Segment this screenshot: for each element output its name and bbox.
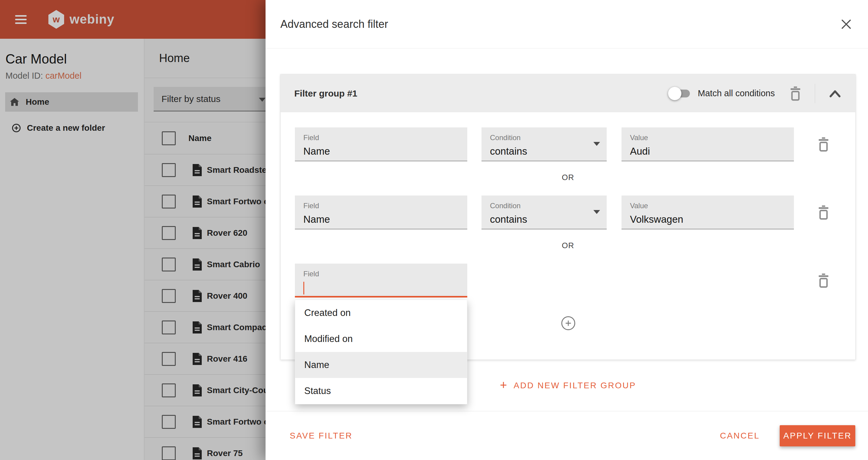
webiny-wordmark: webiny bbox=[69, 12, 114, 27]
dropdown-arrow-icon bbox=[593, 142, 600, 146]
row-checkbox[interactable] bbox=[162, 383, 176, 397]
field-input-focused[interactable]: Field bbox=[295, 264, 467, 297]
entry-name: Rover 620 bbox=[207, 228, 247, 238]
document-icon bbox=[191, 415, 203, 429]
dropdown-arrow-icon bbox=[593, 210, 600, 214]
plus-icon: + bbox=[500, 378, 507, 392]
modal-footer: SAVE FILTER CANCEL APPLY FILTER bbox=[266, 411, 868, 460]
row-checkbox[interactable] bbox=[162, 289, 176, 303]
row-checkbox[interactable] bbox=[162, 195, 176, 208]
entry-name: Smart Cabrio bbox=[207, 260, 260, 269]
delete-condition-trash-icon[interactable] bbox=[817, 137, 830, 152]
entry-name: Rover 416 bbox=[207, 354, 247, 364]
document-icon bbox=[191, 258, 203, 271]
dropdown-option-modified-on[interactable]: Modified on bbox=[295, 326, 467, 352]
circle-plus-icon bbox=[12, 123, 21, 133]
sidebar-item-label: Home bbox=[26, 97, 49, 107]
entry-name: Smart City-Coup bbox=[207, 385, 274, 395]
condition-value: contains bbox=[490, 214, 607, 225]
document-icon bbox=[191, 352, 203, 366]
entry-name: Smart Fortwo co bbox=[207, 197, 274, 206]
document-icon bbox=[191, 289, 203, 303]
modal-titlebar: Advanced search filter bbox=[266, 0, 868, 49]
condition-value: contains bbox=[490, 146, 607, 157]
dropdown-option-status[interactable]: Status bbox=[295, 378, 467, 404]
row-checkbox[interactable] bbox=[162, 258, 176, 271]
model-title: Car Model bbox=[5, 52, 144, 66]
row-checkbox[interactable] bbox=[162, 226, 176, 240]
document-icon bbox=[191, 384, 203, 397]
or-separator: OR bbox=[281, 241, 855, 250]
webiny-logo-icon[interactable]: w bbox=[49, 10, 64, 29]
field-input[interactable]: Field Name bbox=[295, 196, 467, 229]
sidebar: Car Model Model ID: carModel Home Create… bbox=[0, 39, 144, 460]
model-id: Model ID: carModel bbox=[5, 71, 144, 81]
row-checkbox[interactable] bbox=[162, 352, 176, 366]
plus-icon bbox=[564, 319, 572, 327]
status-filter-value: Filter by status bbox=[161, 94, 220, 104]
match-all-toggle[interactable] bbox=[671, 90, 690, 97]
filter-group-card: Filter group #1 Match all conditions Fie… bbox=[280, 74, 856, 360]
divider bbox=[815, 84, 815, 103]
value-input[interactable]: Value Volkswagen bbox=[621, 196, 794, 229]
sidebar-nav: Home Create a new folder bbox=[0, 92, 144, 138]
add-condition-button[interactable] bbox=[561, 316, 575, 330]
save-filter-button[interactable]: SAVE FILTER bbox=[290, 431, 353, 441]
entry-name: Smart Compact bbox=[207, 323, 270, 332]
dropdown-arrow-icon bbox=[259, 98, 266, 102]
filter-group-title: Filter group #1 bbox=[294, 88, 357, 99]
advanced-search-filter-modal: Advanced search filter Filter group #1 M… bbox=[266, 0, 868, 460]
entry-name: Smart Roadster bbox=[207, 165, 270, 175]
row-checkbox[interactable] bbox=[162, 320, 176, 335]
condition-label: Condition bbox=[490, 134, 607, 142]
row-checkbox[interactable] bbox=[162, 163, 176, 177]
value-label: Value bbox=[630, 134, 794, 142]
select-all-checkbox[interactable] bbox=[162, 131, 176, 145]
apply-filter-button[interactable]: APPLY FILTER bbox=[780, 425, 855, 447]
condition-row: Field bbox=[281, 264, 855, 297]
menu-icon[interactable] bbox=[15, 13, 27, 26]
row-checkbox[interactable] bbox=[162, 447, 176, 460]
dropdown-option-created-on[interactable]: Created on bbox=[295, 300, 467, 326]
close-icon[interactable] bbox=[840, 18, 852, 30]
toggle-knob bbox=[668, 87, 681, 100]
modal-title: Advanced search filter bbox=[280, 18, 388, 31]
field-input[interactable]: Field Name bbox=[295, 127, 467, 161]
sidebar-item-create-folder[interactable]: Create a new folder bbox=[5, 118, 138, 138]
dropdown-option-name[interactable]: Name bbox=[295, 352, 467, 378]
value-label: Value bbox=[630, 202, 794, 210]
filter-group-header: Filter group #1 Match all conditions bbox=[281, 75, 855, 112]
delete-condition-trash-icon[interactable] bbox=[817, 205, 830, 220]
folder-title: Home bbox=[159, 52, 190, 65]
add-group-label: ADD NEW FILTER GROUP bbox=[514, 381, 636, 391]
name-column-header[interactable]: Name bbox=[188, 134, 211, 143]
sidebar-item-label: Create a new folder bbox=[27, 123, 105, 133]
entry-name: Rover 400 bbox=[207, 291, 247, 301]
model-id-label: Model ID: bbox=[5, 71, 43, 81]
condition-label: Condition bbox=[490, 202, 607, 210]
condition-select[interactable]: Condition contains bbox=[482, 196, 607, 229]
text-cursor bbox=[303, 282, 304, 294]
condition-select[interactable]: Condition contains bbox=[482, 127, 607, 161]
entry-name: Rover 75 bbox=[207, 449, 243, 458]
sidebar-item-home[interactable]: Home bbox=[5, 92, 138, 112]
collapse-chevron-up-icon[interactable] bbox=[828, 89, 842, 98]
value-text: Audi bbox=[630, 146, 794, 157]
model-id-value[interactable]: carModel bbox=[45, 71, 81, 81]
value-input[interactable]: Value Audi bbox=[621, 127, 794, 161]
status-filter-select[interactable]: Filter by status bbox=[154, 87, 275, 111]
home-icon bbox=[9, 97, 20, 107]
field-dropdown-menu: Created on Modified on Name Status bbox=[295, 299, 467, 404]
document-icon bbox=[191, 447, 203, 460]
delete-condition-trash-icon[interactable] bbox=[817, 273, 830, 288]
document-icon bbox=[191, 164, 203, 177]
cancel-button[interactable]: CANCEL bbox=[720, 431, 760, 441]
field-label: Field bbox=[303, 270, 467, 278]
delete-group-trash-icon[interactable] bbox=[789, 86, 802, 101]
row-checkbox[interactable] bbox=[162, 415, 176, 429]
document-icon bbox=[191, 195, 203, 208]
document-icon bbox=[191, 226, 203, 240]
or-separator: OR bbox=[281, 173, 855, 182]
condition-row: Field Name Condition contains Value Volk… bbox=[281, 196, 855, 229]
document-icon bbox=[191, 321, 203, 334]
